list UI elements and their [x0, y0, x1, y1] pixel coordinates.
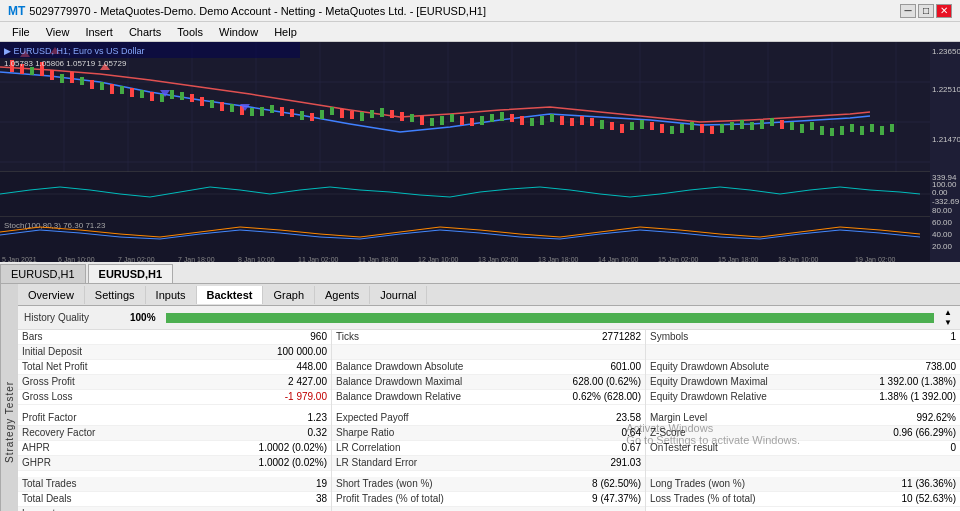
svg-rect-46: [250, 108, 254, 116]
svg-rect-73: [520, 116, 524, 125]
menu-window[interactable]: Window: [211, 24, 266, 40]
svg-rect-110: [890, 124, 894, 132]
stat-ahpr-label: AHPR: [18, 441, 255, 455]
svg-text:14 Jan 10:00: 14 Jan 10:00: [598, 256, 639, 262]
stat-lrse-value: 291.03: [575, 456, 645, 470]
stat-edm-value: 1 392.00 (1.38%): [875, 375, 960, 389]
stat-pad-3: [646, 456, 960, 471]
svg-rect-24: [30, 67, 34, 75]
stat-sr-label: Sharpe Ratio: [332, 426, 575, 440]
chart-svg: 1.23650 1.22510 1.21470: [0, 42, 960, 262]
stat-pt-value: 9 (47.37%): [575, 492, 645, 506]
menu-charts[interactable]: Charts: [121, 24, 169, 40]
svg-rect-78: [570, 118, 574, 126]
stat-bda-label: Balance Drawdown Absolute: [332, 360, 575, 374]
tab-graph[interactable]: Graph: [263, 286, 315, 304]
tab-inputs[interactable]: Inputs: [146, 286, 197, 304]
bottom-tabs: Overview Settings Inputs Backtest Graph …: [18, 284, 960, 306]
titlebar: MT 5029779970 - MetaQuotes-Demo. Demo Ac…: [0, 0, 960, 22]
stat-sr-value: 0.64: [575, 426, 645, 440]
menu-file[interactable]: File: [4, 24, 38, 40]
minimize-button[interactable]: ─: [900, 4, 916, 18]
scroll-arrows[interactable]: ▲ ▼: [944, 308, 954, 327]
svg-rect-40: [190, 94, 194, 102]
svg-rect-96: [750, 122, 754, 130]
stat-tt-label: Total Trades: [18, 477, 261, 491]
svg-text:11 Jan 02:00: 11 Jan 02:00: [298, 256, 339, 262]
stat-sym-value: 1: [890, 330, 960, 344]
tab-backtest[interactable]: Backtest: [197, 286, 264, 304]
tab-agents[interactable]: Agents: [315, 286, 370, 304]
menu-help[interactable]: Help: [266, 24, 305, 40]
menubar: File View Insert Charts Tools Window Hel…: [0, 22, 960, 42]
stat-ml-value: 992.62%: [890, 411, 960, 425]
svg-rect-80: [590, 118, 594, 126]
tab-overview[interactable]: Overview: [18, 286, 85, 304]
svg-rect-83: [620, 124, 624, 133]
svg-rect-82: [610, 122, 614, 130]
stat-total-trades: Total Trades 19: [18, 477, 331, 492]
stat-init-dep-label: Initial Deposit: [18, 345, 261, 359]
svg-text:Stoch(100,80,3) 76.30 71.23: Stoch(100,80,3) 76.30 71.23: [4, 221, 106, 230]
svg-rect-44: [230, 104, 234, 112]
stats-table: Bars 960 Initial Deposit 100 000.00 Tota…: [18, 330, 960, 511]
stat-bd-relative: Balance Drawdown Relative 0.62% (628.00): [332, 390, 645, 405]
svg-rect-91: [700, 124, 704, 133]
tester-main: Overview Settings Inputs Backtest Graph …: [18, 284, 960, 511]
tab-journal[interactable]: Journal: [370, 286, 427, 304]
tab-settings[interactable]: Settings: [85, 286, 146, 304]
menu-insert[interactable]: Insert: [77, 24, 121, 40]
svg-text:13 Jan 02:00: 13 Jan 02:00: [478, 256, 519, 262]
stat-net-profit-value: 448.00: [261, 360, 331, 374]
stat-bars-value: 960: [261, 330, 331, 344]
stat-lrc-value: 0.67: [575, 441, 645, 455]
hq-progress-bar: [166, 313, 934, 323]
stat-lr-correlation: LR Correlation 0.67: [332, 441, 645, 456]
svg-rect-33: [120, 86, 124, 94]
svg-rect-101: [800, 124, 804, 133]
svg-rect-84: [630, 122, 634, 130]
stat-gross-profit-value: 2 427.00: [261, 375, 331, 389]
svg-rect-36: [150, 92, 154, 101]
svg-rect-27: [60, 74, 64, 83]
svg-text:18 Jan 10:00: 18 Jan 10:00: [778, 256, 819, 262]
svg-rect-100: [790, 122, 794, 130]
svg-rect-88: [670, 126, 674, 134]
stat-eda-label: Equity Drawdown Absolute: [646, 360, 890, 374]
scroll-up-arrow[interactable]: ▲: [944, 308, 954, 317]
stat-eda-value: 738.00: [890, 360, 960, 374]
svg-rect-77: [560, 116, 564, 125]
svg-rect-55: [340, 109, 344, 118]
stat-lt-label: Long Trades (won %): [646, 477, 890, 491]
svg-rect-92: [710, 126, 714, 134]
stat-initial-deposit: Initial Deposit 100 000.00: [18, 345, 331, 360]
stat-rf-value: 0.32: [261, 426, 331, 440]
stat-ghpr-label: GHPR: [18, 456, 255, 470]
stat-ahpr-value: 1.0002 (0.02%): [255, 441, 331, 455]
svg-text:20.00: 20.00: [932, 242, 953, 251]
stat-gross-loss-label: Gross Loss: [18, 390, 261, 404]
chart-tab-0[interactable]: EURUSD,H1: [0, 264, 86, 283]
svg-text:▶ EURUSD, H1; Euro vs US Dolla: ▶ EURUSD, H1; Euro vs US Dollar: [4, 46, 145, 56]
svg-text:60.00: 60.00: [932, 218, 953, 227]
stats-col-3: Symbols 1 Equity Drawdown Absolute 738.0…: [646, 330, 960, 511]
chart-tab-1[interactable]: EURUSD,H1: [88, 264, 174, 283]
stat-net-profit: Total Net Profit 448.00: [18, 360, 331, 375]
scroll-down-arrow[interactable]: ▼: [944, 318, 954, 327]
stat-ticks: Ticks 2771282: [332, 330, 645, 345]
maximize-button[interactable]: □: [918, 4, 934, 18]
close-button[interactable]: ✕: [936, 4, 952, 18]
stat-ot-label: OnTester result: [646, 441, 890, 455]
svg-text:15 Jan 02:00: 15 Jan 02:00: [658, 256, 699, 262]
svg-rect-29: [80, 77, 84, 85]
menu-view[interactable]: View: [38, 24, 78, 40]
menu-tools[interactable]: Tools: [169, 24, 211, 40]
svg-rect-97: [760, 120, 764, 129]
svg-rect-43: [220, 102, 224, 111]
stat-lst-label: Loss Trades (% of total): [646, 492, 890, 506]
svg-rect-61: [400, 112, 404, 121]
svg-rect-62: [410, 114, 414, 122]
stat-bd-absolute: Balance Drawdown Absolute 601.00: [332, 360, 645, 375]
svg-rect-26: [50, 70, 54, 80]
svg-rect-85: [640, 120, 644, 129]
